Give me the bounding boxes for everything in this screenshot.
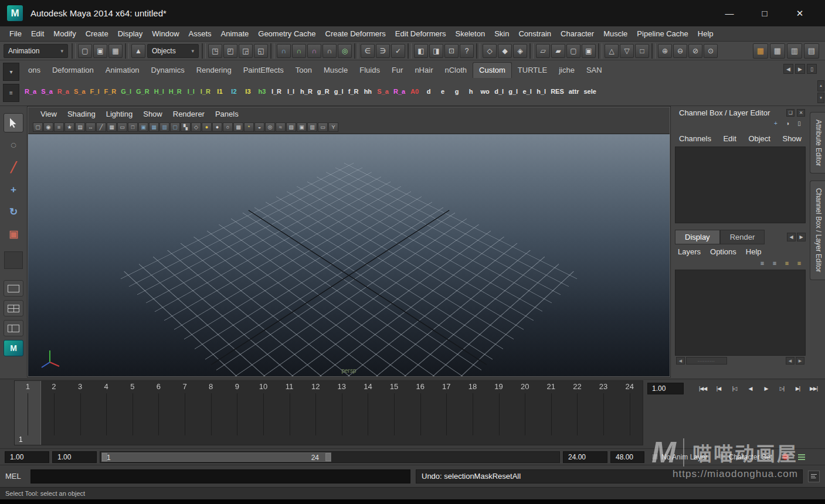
new-layer-from-selected-icon[interactable]: ≡: [795, 258, 804, 267]
menu-item[interactable]: Window: [147, 29, 184, 38]
grease-pencil-icon[interactable]: ╱: [96, 122, 106, 132]
fill-icon[interactable]: ▚: [181, 122, 191, 132]
render-current-frame-icon[interactable]: ◧: [414, 44, 428, 58]
status-divider[interactable]: [476, 43, 480, 59]
maya-logo-button[interactable]: M: [4, 340, 23, 356]
snap-to-curve-icon[interactable]: ∩: [292, 44, 306, 58]
viewport-menu-item[interactable]: Lighting: [101, 110, 138, 118]
shelf-item-button[interactable]: wo: [478, 88, 492, 95]
ipr-render-icon[interactable]: ◨: [429, 44, 443, 58]
shelf-item-button[interactable]: I_R: [198, 88, 213, 95]
animation-end-field[interactable]: 48.00: [610, 451, 644, 463]
scale-tool[interactable]: ▣: [4, 224, 23, 244]
shelf-item-button[interactable]: S_a: [72, 88, 88, 95]
extra-icon-12[interactable]: ⊖: [673, 44, 687, 58]
layer-scroll-right-button[interactable]: ▶: [796, 357, 804, 365]
shelf-scroll-left-button[interactable]: ◀: [783, 64, 793, 74]
popout-icon[interactable]: ❏: [786, 109, 795, 117]
range-slider-bar[interactable]: 1 24: [101, 452, 331, 462]
shelf-tab[interactable]: Fur: [386, 63, 409, 78]
script-editor-button[interactable]: [808, 471, 820, 482]
extra-icon-5[interactable]: ▰: [551, 44, 565, 58]
shelf-tab[interactable]: Toon: [290, 63, 318, 78]
playback-end-field[interactable]: 24.00: [563, 451, 607, 463]
rotate-tool[interactable]: ↻: [4, 202, 23, 222]
output-connections-icon[interactable]: ∋: [376, 44, 390, 58]
layer-scroll-left2-button[interactable]: ◀: [786, 357, 795, 365]
layer-list-area[interactable]: [675, 270, 806, 356]
select-camera-icon[interactable]: ▢: [33, 122, 43, 132]
shelf-item-button[interactable]: RES: [548, 88, 566, 95]
status-divider[interactable]: [354, 43, 358, 59]
range-slider-track[interactable]: 1 24: [100, 451, 560, 463]
viewport-menu-item[interactable]: Renderer: [168, 110, 210, 118]
select-mask-lines-icon[interactable]: ◲: [239, 44, 253, 58]
show-channel-box-toggle[interactable]: ▥: [787, 43, 802, 59]
2d-pan-zoom-icon[interactable]: ↔: [86, 122, 96, 132]
bounding-box-icon[interactable]: ○: [223, 122, 233, 132]
new-empty-layer-icon[interactable]: ≡: [782, 258, 792, 267]
shelf-item-button[interactable]: h_R: [298, 88, 315, 95]
go-to-playback-start-button[interactable]: |◀◀: [695, 383, 711, 394]
command-language-toggle[interactable]: MEL: [5, 472, 25, 481]
shelf-item-button[interactable]: f_R: [346, 88, 361, 95]
show-attribute-editor-toggle[interactable]: ▦: [753, 43, 768, 59]
play-forwards-button[interactable]: ▶: [758, 383, 774, 394]
shelf-item-button[interactable]: S_a: [39, 88, 55, 95]
camera-attributes-icon[interactable]: ≡: [54, 122, 64, 132]
menu-item[interactable]: Character: [556, 29, 599, 38]
shelf-item-button[interactable]: I1: [213, 88, 227, 95]
move-layer-up-icon[interactable]: ≡: [758, 258, 767, 267]
time-slider-ruler[interactable]: 1 2 3 4 5 6 7 8: [14, 380, 643, 445]
layer-tabs-scroll-right-button[interactable]: ▶: [797, 233, 806, 241]
layer-editor-menu-item[interactable]: Options: [710, 247, 736, 256]
shelf-item-button[interactable]: e_l: [520, 88, 534, 95]
textured-icon[interactable]: ▩: [233, 122, 243, 132]
shelf-tab[interactable]: Custom: [473, 62, 512, 78]
channel-list-area[interactable]: [675, 147, 806, 223]
viewport-menu-item[interactable]: Show: [138, 110, 168, 118]
shelf-items-scroll-down-button[interactable]: ▾: [817, 93, 824, 104]
shelf-item-button[interactable]: sele: [581, 88, 598, 95]
film-gate-icon[interactable]: ▭: [117, 122, 127, 132]
menu-item[interactable]: Edit Deformers: [391, 29, 451, 38]
select-mask-handles-icon[interactable]: ◳: [208, 44, 222, 58]
shelf-item-button[interactable]: F_R: [102, 88, 119, 95]
shelf-item-button[interactable]: H_R: [167, 88, 184, 95]
multisample-icon[interactable]: ▧: [286, 122, 296, 132]
select-mask-points-icon[interactable]: ◰: [223, 44, 237, 58]
range-end-handle[interactable]: [325, 453, 331, 461]
wireframe-icon[interactable]: ◇: [191, 122, 201, 132]
shelf-menu-button[interactable]: ≡: [3, 84, 19, 102]
status-divider[interactable]: [529, 43, 534, 59]
menu-item[interactable]: Modify: [49, 29, 80, 38]
selection-mask-dropdown[interactable]: Objects: [147, 44, 199, 58]
shelf-tab[interactable]: TURTLE: [512, 63, 553, 78]
layer-editor-tab[interactable]: Display: [675, 230, 720, 244]
shelf-item-button[interactable]: I2: [227, 88, 241, 95]
layer-tabs-scroll-left-button[interactable]: ◀: [787, 233, 796, 241]
menu-item[interactable]: Create Deformers: [321, 29, 391, 38]
bookmark-icon[interactable]: ★: [64, 122, 74, 132]
shelf-item-button[interactable]: h: [464, 88, 478, 95]
extra-icon-4[interactable]: ▱: [536, 44, 550, 58]
paint-select-tool[interactable]: ╱: [4, 158, 23, 177]
shelf-tab[interactable]: nHair: [409, 63, 439, 78]
channel-lock-icon[interactable]: ▯: [795, 119, 804, 128]
shelf-item-button[interactable]: attr: [566, 88, 582, 95]
play-backwards-button[interactable]: ◀: [742, 383, 758, 394]
status-divider[interactable]: [202, 43, 206, 59]
extra-icon-1[interactable]: ◇: [483, 44, 497, 58]
channel-box-layer-editor-tab[interactable]: Channel Box / Layer Editor: [810, 181, 825, 280]
shelf-item-button[interactable]: g: [450, 88, 464, 95]
close-icon[interactable]: ✕: [797, 109, 805, 117]
snap-to-view-plane-icon[interactable]: ∩: [322, 44, 337, 58]
layer-editor-menu-item[interactable]: Help: [746, 247, 762, 256]
menu-item[interactable]: File: [5, 29, 26, 38]
show-panel-toggle[interactable]: ▤: [804, 43, 819, 59]
move-layer-down-icon[interactable]: ≡: [770, 258, 779, 267]
menu-item[interactable]: Muscle: [599, 29, 632, 38]
input-connections-icon[interactable]: ∈: [361, 44, 375, 58]
render-settings-icon[interactable]: ⊡: [444, 44, 459, 58]
menu-item[interactable]: Constrain: [514, 29, 556, 38]
